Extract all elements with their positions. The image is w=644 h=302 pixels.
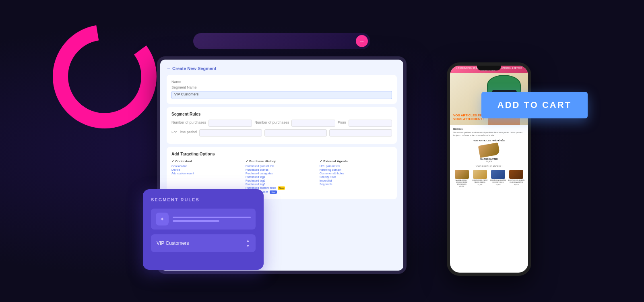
phone-featured-shoe: NU-PIED GLITTER 27,90€ — [453, 144, 525, 163]
phone-mini-shoe-1-name: SANDALE MULTI BRIDES MOTIF ETHNIQUES — [453, 180, 470, 185]
segment-rules-card-title: SEGMENT RULES — [151, 197, 256, 202]
segment-rules-card: SEGMENT RULES ✦ VIP Customers ▲ ▼ — [143, 189, 264, 270]
tablet-segment-rules-title: Segment Rules — [171, 112, 392, 116]
tablet-purchase-history-header: ✓ Purchase History — [246, 159, 318, 163]
tablet-within-last-input[interactable] — [199, 129, 262, 137]
tablet-tag1-item[interactable]: Purchased tag1 — [246, 176, 318, 178]
brand-ring-logo — [52, 24, 157, 129]
tablet-external-header: ✓ External Agents — [320, 159, 392, 163]
phone-body-text: Vos articles préférés sont encore dispon… — [453, 131, 525, 137]
phone-mini-shoe-1-image — [455, 170, 469, 179]
tablet-tag2-item[interactable]: Purchased tag2 — [246, 179, 318, 182]
tablet-purchases-from-input[interactable] — [208, 120, 252, 127]
phone-shoe-item-3: MOCASSIN CROÛTE DE CUIR BLEU 48,20€ — [490, 170, 507, 187]
svg-point-0 — [60, 32, 149, 121]
phone-shoe-item-2: COMPENSÉE PETIT TALON CAMEL 34,20€ — [471, 170, 488, 187]
phone-shoe-item-1: SANDALE MULTI BRIDES MOTIF ETHNIQUES 41,… — [453, 170, 470, 187]
tablet-customer-attr-item[interactable]: Customer attributes — [320, 172, 392, 175]
tablet-days-value-input[interactable] — [264, 129, 327, 137]
phone-body: Bonjour, Vos articles préférés sont enco… — [450, 125, 528, 190]
phone-mini-shoe-4-name: BOOTS CHELSEA EN CUIR BI MATIÈRE — [508, 180, 525, 184]
phone-articles-title: VOS ARTICLES PRÉFÉRÉS — [453, 139, 525, 142]
segment-dropdown-chevrons: ▲ ▼ — [246, 238, 250, 248]
tablet-segment-name-label: Segment Name — [171, 85, 392, 89]
segment-rule-line-2 — [173, 220, 219, 222]
tablet-external-col: ✓ External Agents URL parameters Referri… — [320, 159, 392, 194]
phone-mini-shoe-2-image — [473, 170, 487, 179]
phone-love-text: VOUS ALLEZ LES ADORER ! — [453, 165, 525, 168]
tablet-rules-purchases-row: Number of purchases Number of purchases … — [171, 120, 392, 127]
tablet-geo-item[interactable]: Geo location — [171, 165, 244, 168]
tablet-purchases-number-label: Number of purchases — [254, 120, 289, 124]
phone-featured-shoe-price: 27,90€ — [486, 160, 492, 163]
phone-mini-shoe-1-price: 41,20€ — [459, 185, 464, 187]
tablet-from-label: From — [338, 120, 346, 124]
search-bar[interactable]: → — [193, 33, 370, 49]
tablet-shopify-item[interactable]: Shopify Flow — [320, 176, 392, 178]
tablet-name-section: Name Segment Name VIP Customers — [167, 75, 397, 104]
phone-shoe-item-4: BOOTS CHELSEA EN CUIR BI MATIÈRE 81,50€ — [508, 170, 525, 187]
tablet-purchases-label: Number of purchases — [171, 120, 206, 124]
tablet-create-segment-header: ← Create New Segment — [167, 66, 397, 71]
phone-mini-shoe-3-image — [491, 170, 505, 179]
phone-greeting: Bonjour, — [453, 128, 525, 130]
segment-rule-line-1 — [173, 217, 251, 218]
phone-mini-shoe-3-price: 48,20€ — [496, 184, 501, 186]
phone-mini-shoe-2-price: 34,20€ — [477, 184, 482, 186]
tablet-time-period-row: For Time period — [171, 129, 392, 137]
phone-mini-shoe-2-name: COMPENSÉE PETIT TALON CAMEL — [471, 180, 488, 184]
search-arrow-button[interactable]: → — [356, 35, 368, 47]
phone-hero-line2: VOUS ATTENDENT ! — [453, 117, 484, 121]
tablet-segment-name-input[interactable]: VIP Customers — [171, 91, 392, 99]
tablet-referring-item[interactable]: Referring domain — [320, 168, 392, 171]
phone-featured-shoe-image — [478, 143, 500, 158]
add-to-cart-button[interactable]: ADD TO CART — [481, 92, 588, 118]
segment-dropdown-value: VIP Customers — [157, 240, 189, 246]
tablet-tag3-item[interactable]: Purchased tag3 — [246, 183, 318, 186]
segment-rule-icon: ✦ — [156, 213, 169, 225]
tablet-import-item[interactable]: Import list — [320, 179, 392, 182]
tablet-brands-item[interactable]: Purchased brands — [246, 168, 318, 171]
phone-mini-shoe-4-price: 81,50€ — [514, 184, 519, 186]
tablet-contextual-header: ✓ Contextual — [171, 159, 244, 163]
tablet-name-label: Name — [171, 80, 392, 84]
tablet-segments-item[interactable]: Segments — [320, 183, 392, 186]
tablet-custom-event-item[interactable]: Add custom event — [171, 172, 244, 175]
tablet-new-badge: New — [278, 186, 285, 190]
tablet-segment-rules-section: Segment Rules Number of purchases Number… — [167, 107, 397, 144]
tablet-new-badge-blue: New — [270, 190, 277, 194]
segment-rule-lines — [173, 217, 251, 222]
phone-mini-shoe-3-name: MOCASSIN CROÛTE DE CUIR BLEU — [490, 180, 507, 184]
tablet-targeting-title: Add Targeting Options — [171, 152, 392, 156]
phone-shoe-grid: SANDALE MULTI BRIDES MOTIF ETHNIQUES 41,… — [453, 170, 525, 187]
segment-rule-row: ✦ — [151, 209, 256, 230]
phone-mini-shoe-4-image — [509, 170, 523, 179]
segment-card-dropdown[interactable]: VIP Customers ▲ ▼ — [151, 234, 256, 252]
tablet-days-unit-input[interactable] — [329, 129, 392, 137]
tablet-url-item[interactable]: URL parameters — [320, 165, 392, 168]
tablet-product-ids-item[interactable]: Purchased product IDs — [246, 165, 318, 168]
phone-notch — [477, 66, 501, 70]
tablet-time-period-label: For Time period — [171, 130, 197, 134]
tablet-device-item[interactable]: Device — [171, 168, 244, 171]
tablet-from-input[interactable] — [349, 120, 392, 127]
tablet-categories-item[interactable]: Purchased categories — [246, 172, 318, 175]
tablet-purchases-number-input[interactable] — [291, 120, 335, 127]
